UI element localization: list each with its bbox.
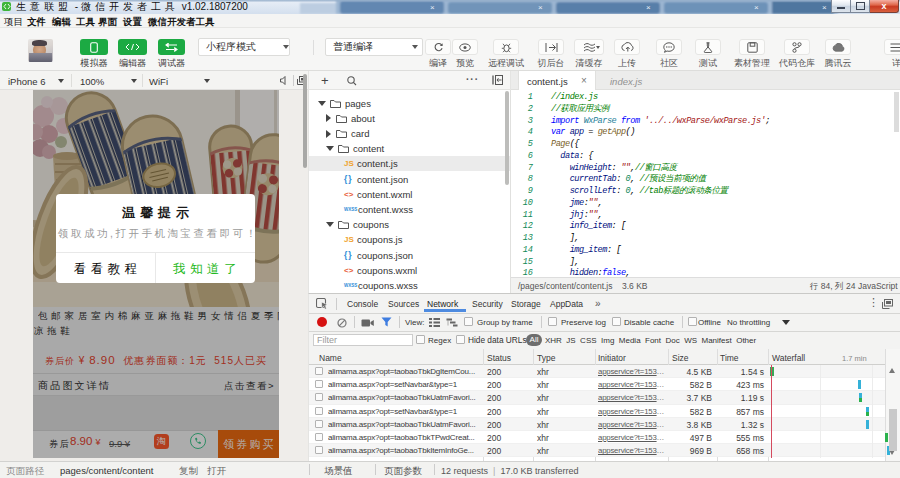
svg-text:×: × [430, 3, 435, 12]
svg-text:×: × [538, 3, 543, 12]
svg-text:×: × [822, 3, 827, 12]
svg-text:×: × [646, 3, 651, 12]
svg-text:×: × [754, 3, 759, 12]
